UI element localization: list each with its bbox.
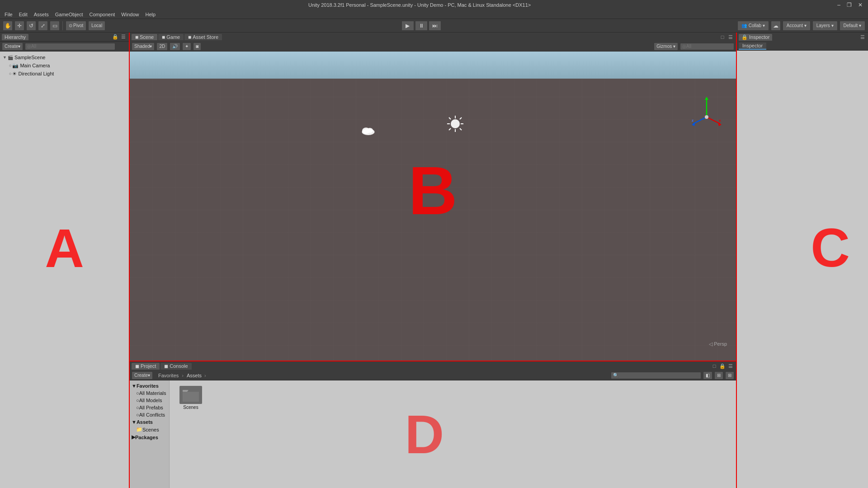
pivot-button[interactable]: ⊙ Pivot [66,21,86,31]
packages-group[interactable]: ▶ Packages [130,433,169,441]
bottom-panel: ◼ Project ◼ Console □ 🔒 ☰ Create ▾ [130,361,736,488]
hierarchy-search-input[interactable] [25,43,115,50]
minimize-button[interactable]: – [835,2,842,8]
inspector-panel: 🔒 Inspector ☰ Inspector C [737,33,868,488]
default-layout-button[interactable]: Default ▾ [840,21,865,31]
scene-maximize-button[interactable]: □ [719,33,726,41]
bottom-content: Create ▾ Favorites › Assets › ◧ ⊞ ⊞ [130,371,736,488]
scenes-folder-item[interactable]: 📁 Scenes [130,426,169,433]
step-button[interactable]: ⏭ [429,21,441,31]
game-view-tab[interactable]: ◼ Game [158,34,184,40]
menu-gameobject[interactable]: GameObject [52,11,86,18]
favorites-group[interactable]: ▼ All Materials Favorites [130,382,169,389]
bottom-maximize-button[interactable]: □ [711,362,718,370]
inspector-tab[interactable]: 🔒 Inspector [739,34,772,41]
inspector-menu-button[interactable]: ☰ [859,33,866,41]
inspector-subheader: Inspector [737,42,868,51]
scene-root-item[interactable]: ▼ 🎬 SampleScene [2,53,127,61]
scene-name: SampleScene [14,55,46,60]
main-camera-item[interactable]: ○ 📷 Main Camera [2,61,127,70]
svg-text:x: x [719,118,721,122]
menu-window[interactable]: Window [118,11,142,18]
2d-toggle-button[interactable]: 2D [156,42,168,51]
cloud-button[interactable]: ☁ [771,21,781,31]
svg-point-11 [367,128,373,133]
label-d: D [405,403,444,465]
project-right-panel: Scenes D [170,380,736,488]
camera-settings-button[interactable]: ◙ [193,42,201,51]
menu-file[interactable]: File [2,11,15,18]
local-button[interactable]: Local [88,21,105,31]
directional-light-item[interactable]: ○ ☀ Directional Light [2,70,127,78]
project-view-button[interactable]: ◧ [703,371,712,380]
bottom-toolbar: Create ▾ Favorites › Assets › ◧ ⊞ ⊞ [130,371,736,380]
title-bar-controls[interactable]: – ❐ ✕ [835,2,864,8]
scene-content[interactable]: x z ◁ Persp B [130,52,736,361]
scale-tool-button[interactable]: ⤢ [38,21,48,31]
assets-group[interactable]: ▼ Assets [130,418,169,426]
restore-button[interactable]: ❐ [845,2,854,8]
pause-button[interactable]: ⏸ [415,21,428,31]
camera-icon: ◙ [196,44,198,49]
toolbar: ✋ ✛ ↺ ⤢ ▭ ⊙ Pivot Local ▶ ⏸ ⏭ 👥 Collab ▾… [0,19,868,33]
breadcrumb-favorites: Favorites [158,373,179,378]
menu-assets[interactable]: Assets [31,11,52,18]
hierarchy-content: ▼ 🎬 SampleScene ○ 📷 Main Camera ○ ☀ Dire… [0,52,129,488]
camera-icon: 📷 [12,63,19,69]
cloud-icon [360,125,376,136]
all-conflicts-item[interactable]: ○ All Conflicts [130,411,169,418]
all-models-item[interactable]: ○ All Models [130,397,169,404]
label-b: B [408,151,457,230]
effects-toggle-button[interactable]: ✦ [182,42,191,51]
scene-view-tab[interactable]: ◼ Scene [132,34,157,40]
rect-tool-button[interactable]: ▭ [50,21,60,31]
console-tab-icon: ◼ [164,363,168,369]
bottom-lock-button[interactable]: 🔒 [719,362,726,370]
project-create-button[interactable]: Create ▾ [132,371,153,380]
hierarchy-lock-button[interactable]: 🔒 [112,33,119,41]
all-prefabs-item[interactable]: ○ All Prefabs [130,404,169,411]
scene-toolbar: Shaded ▾ 2D 🔊 ✦ ◙ Gizmos ▾ [130,42,736,52]
hierarchy-panel: Hierarchy 🔒 ☰ Create ▾ ▼ 🎬 SampleScene ○ [0,33,130,488]
layers-button[interactable]: Layers ▾ [812,21,838,31]
all-materials-item[interactable]: ○ All Materials [130,389,169,397]
move-tool-button[interactable]: ✛ [14,21,24,31]
scene-tab-icon: ◼ [135,35,138,39]
rotate-tool-button[interactable]: ↺ [26,21,36,31]
play-button[interactable]: ▶ [401,21,414,31]
project-more-button[interactable]: ⊞ [725,371,734,380]
scene-menu-button[interactable]: ☰ [727,33,734,41]
close-button[interactable]: ✕ [856,2,864,8]
hierarchy-create-button[interactable]: Create ▾ [2,42,23,51]
asset-tab-icon: ◼ [188,35,191,39]
hierarchy-panel-controls: 🔒 ☰ [112,33,127,41]
asset-store-tab[interactable]: ◼ Asset Store [184,34,222,40]
camera-arrow: ○ [9,63,11,68]
menu-component[interactable]: Component [86,11,118,18]
project-search-input[interactable] [611,372,701,379]
hierarchy-toolbar: Create ▾ [0,42,129,52]
light-arrow: ○ [9,71,11,76]
project-sort-button[interactable]: ⊞ [714,371,723,380]
hierarchy-tab[interactable]: Hierarchy [2,34,28,40]
collab-button[interactable]: 👥 Collab ▾ [737,21,769,31]
shading-mode-button[interactable]: Shaded ▾ [132,42,155,51]
scenes-asset-item[interactable]: Scenes [175,386,207,410]
inspector-sub-tab[interactable]: Inspector [739,42,766,50]
bottom-menu-button[interactable]: ☰ [727,362,734,370]
menu-edit[interactable]: Edit [16,11,30,18]
hierarchy-menu-button[interactable]: ☰ [120,33,127,41]
hierarchy-create-arrow: ▾ [18,44,20,49]
account-button[interactable]: Account ▾ [783,21,811,31]
console-tab[interactable]: ◼ Console [160,363,191,370]
bottom-tabs: ◼ Project ◼ Console □ 🔒 ☰ [130,361,736,371]
menu-help[interactable]: Help [142,11,158,18]
hand-tool-button[interactable]: ✋ [3,21,13,31]
inspector-header: 🔒 Inspector ☰ [737,33,868,42]
gizmos-button[interactable]: Gizmos ▾ [654,42,678,51]
pivot-icon: ⊙ [69,23,72,28]
audio-toggle-button[interactable]: 🔊 [170,42,180,51]
effects-icon: ✦ [185,44,189,49]
project-tab[interactable]: ◼ Project [132,363,160,370]
scene-search-input[interactable] [680,43,734,50]
